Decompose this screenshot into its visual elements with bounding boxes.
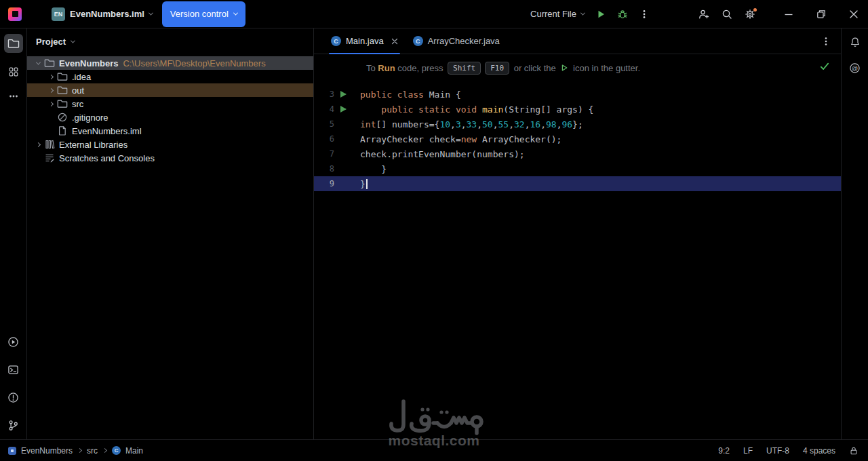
code-text: check.printEvenNumber(numbers);	[360, 149, 525, 159]
tree-item-label: src	[72, 99, 83, 109]
code-line-9[interactable]: 9}	[314, 176, 841, 191]
tree-item-label: Scratches and Consoles	[59, 153, 155, 163]
ide-window: EN EvenNumbers.iml Version control Curre…	[0, 0, 868, 461]
encoding-widget[interactable]: UTF-8	[766, 446, 789, 456]
ignored-icon	[56, 112, 68, 123]
chevron-right-icon[interactable]	[33, 143, 43, 146]
line-number: 6	[314, 134, 334, 144]
ai-assistant-icon[interactable]: @	[849, 62, 861, 74]
chevron-right-icon[interactable]	[45, 89, 56, 92]
search-icon[interactable]	[722, 9, 732, 20]
code-line-7[interactable]: 7check.printEvenNumber(numbers);	[314, 146, 841, 161]
git-branch-icon[interactable]	[7, 420, 19, 431]
chevron-down-icon[interactable]	[33, 62, 43, 65]
status-bar: EvenNumbers src C Main 9:2 LF UTF-8 4 sp…	[0, 439, 868, 461]
editor-column: C Main.java C ArrayChecker.java To Run c…	[314, 28, 841, 439]
line-number: 3	[314, 89, 334, 99]
tree-item-evennumbers-iml[interactable]: EvenNumbers.iml	[27, 124, 313, 138]
problems-tool-window-icon[interactable]	[7, 392, 19, 403]
code-lines: 3public class Main {4 public static void…	[314, 87, 841, 191]
project-name: EvenNumbers.iml	[70, 9, 144, 19]
terminal-tool-window-icon[interactable]	[7, 364, 19, 376]
text-caret	[366, 179, 368, 189]
banner-text: icon in the gutter.	[570, 63, 640, 73]
notifications-bell-icon[interactable]	[850, 37, 861, 47]
project-panel: Project EvenNumbersC:\Users\MF\Desktop\E…	[27, 28, 314, 439]
banner-text: code, press	[395, 63, 446, 73]
project-tree: EvenNumbersC:\Users\MF\Desktop\EvenNumbe…	[27, 56, 313, 165]
run-gutter-play-icon	[560, 64, 568, 72]
chevron-right-icon	[78, 449, 81, 452]
tree-item-src[interactable]: src	[27, 97, 313, 111]
line-number: 4	[314, 104, 334, 114]
run-gutter-icon[interactable]	[334, 91, 360, 98]
code-editor[interactable]: To Run code, press ShiftF10 or click the…	[314, 54, 841, 439]
breadcrumb-main[interactable]: Main	[125, 446, 143, 456]
close-tab-icon[interactable]	[391, 38, 398, 45]
tree-item--idea[interactable]: .idea	[27, 70, 313, 83]
more-actions-icon[interactable]	[639, 9, 650, 20]
run-configuration-selector[interactable]: Current File	[530, 9, 585, 19]
chevron-right-icon[interactable]	[45, 75, 56, 79]
code-line-8[interactable]: 8 }	[314, 161, 841, 176]
run-gutter-icon[interactable]	[334, 106, 360, 113]
folder-icon	[56, 85, 68, 96]
code-line-5[interactable]: 5int[] numbers={10,3,33,50,55,32,16,98,9…	[314, 117, 841, 132]
more-tool-windows-icon[interactable]	[8, 91, 19, 102]
tree-item-label: out	[72, 85, 84, 96]
debug-button[interactable]	[617, 9, 628, 20]
tree-item-out[interactable]: out	[27, 83, 313, 97]
file-icon	[56, 125, 68, 136]
chevron-right-icon[interactable]	[45, 102, 56, 106]
close-button[interactable]	[849, 9, 859, 19]
main-menu-icon[interactable]	[31, 10, 42, 18]
code-text: }	[360, 179, 368, 189]
folder-icon	[43, 58, 56, 68]
tab-label: Main.java	[346, 36, 384, 46]
version-control-button[interactable]: Version control	[162, 1, 245, 27]
intellij-logo-icon	[8, 7, 22, 21]
project-panel-header[interactable]: Project	[27, 33, 313, 50]
breadcrumb-project[interactable]: EvenNumbers	[21, 446, 73, 456]
project-widget[interactable]: EN EvenNumbers.iml	[52, 7, 153, 21]
readonly-lock-icon[interactable]	[849, 446, 859, 456]
tree-item-external-libraries[interactable]: External Libraries	[27, 138, 313, 151]
chevron-down-icon	[580, 11, 585, 16]
add-user-icon[interactable]	[698, 9, 709, 20]
indent-widget[interactable]: 4 spaces	[803, 446, 835, 456]
code-line-6[interactable]: 6ArrayChecker check=new ArrayChecker();	[314, 132, 841, 146]
run-button[interactable]	[595, 9, 606, 20]
left-tool-stripe	[0, 28, 27, 439]
tab-options-icon[interactable]	[821, 36, 831, 47]
caret-position-widget[interactable]: 9:2	[718, 446, 730, 456]
project-panel-title: Project	[36, 37, 66, 47]
breadcrumb-src[interactable]: src	[87, 446, 98, 456]
structure-icon[interactable]	[8, 66, 19, 77]
code-text: }	[360, 164, 387, 174]
main-area: Project EvenNumbersC:\Users\MF\Desktop\E…	[0, 28, 868, 439]
tree-item-label: .gitignore	[72, 113, 108, 123]
minimize-button[interactable]	[784, 9, 793, 19]
notification-dot	[753, 8, 757, 12]
project-badge: EN	[52, 7, 65, 21]
restore-button[interactable]	[816, 9, 826, 19]
editor-tab-bar: C Main.java C ArrayChecker.java	[314, 28, 841, 54]
project-tool-window-button[interactable]	[4, 34, 23, 53]
tab-arraychecker-java[interactable]: C ArrayChecker.java	[406, 28, 507, 54]
code-line-4[interactable]: 4 public static void main(String[] args)…	[314, 102, 841, 117]
code-line-3[interactable]: 3public class Main {	[314, 87, 841, 102]
tree-item--gitignore[interactable]: .gitignore	[27, 111, 313, 124]
run-tool-window-icon[interactable]	[7, 336, 19, 348]
line-number: 8	[314, 164, 334, 174]
tree-item-evennumbers[interactable]: EvenNumbersC:\Users\MF\Desktop\EvenNumbe…	[27, 56, 313, 70]
settings-gear-icon[interactable]	[745, 9, 755, 20]
line-number: 9	[314, 179, 334, 188]
tab-label: ArrayChecker.java	[428, 36, 500, 46]
java-class-icon: C	[331, 36, 341, 46]
inspection-ok-check-icon[interactable]	[819, 61, 830, 72]
line-number: 5	[314, 119, 334, 129]
line-separator-widget[interactable]: LF	[743, 446, 753, 456]
tree-item-scratches-and-consoles[interactable]: Scratches and Consoles	[27, 151, 313, 165]
tab-main-java[interactable]: C Main.java	[323, 28, 406, 54]
f10-keycap: F10	[485, 62, 509, 75]
